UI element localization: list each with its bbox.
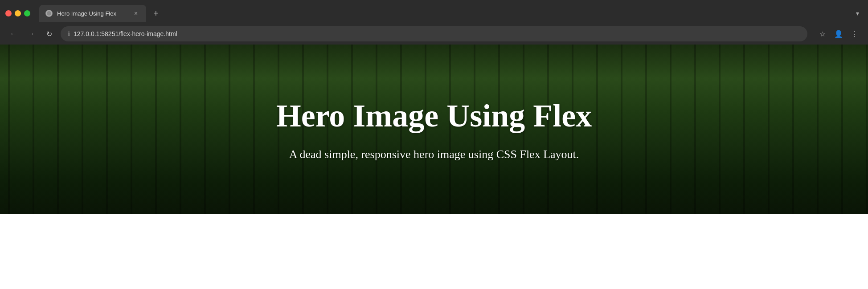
maximize-button[interactable] [24, 10, 30, 16]
bookmark-button[interactable]: ☆ [816, 28, 829, 40]
reload-button[interactable]: ↻ [43, 28, 55, 40]
forward-button[interactable]: → [25, 28, 37, 40]
tab-title: Hero Image Using Flex [57, 10, 127, 17]
minimize-button[interactable] [15, 10, 21, 16]
browser-window: Hero Image Using Flex × + ▾ ← → ↻ ℹ 127.… [0, 0, 868, 289]
back-button[interactable]: ← [7, 28, 20, 40]
tab-favicon-icon [45, 10, 53, 17]
menu-button[interactable]: ⋮ [848, 28, 861, 40]
toolbar-actions: ☆ 👤 ⋮ [816, 28, 861, 40]
window-controls [5, 10, 30, 16]
profile-button[interactable]: 👤 [832, 28, 845, 40]
url-text: 127.0.0.1:58251/flex-hero-image.html [74, 30, 800, 37]
hero-heading: Hero Image Using Flex [276, 98, 592, 134]
hero-section: Hero Image Using Flex A dead simple, res… [0, 45, 868, 214]
active-tab[interactable]: Hero Image Using Flex × [39, 5, 146, 22]
security-info-icon: ℹ [68, 30, 70, 37]
hero-subtext: A dead simple, responsive hero image usi… [276, 148, 592, 161]
new-tab-button[interactable]: + [150, 8, 162, 19]
close-button[interactable] [5, 10, 12, 16]
tab-list-button[interactable]: ▾ [852, 8, 863, 19]
address-bar[interactable]: ℹ 127.0.0.1:58251/flex-hero-image.html [61, 26, 807, 41]
hero-content: Hero Image Using Flex A dead simple, res… [267, 89, 601, 170]
browser-chrome: Hero Image Using Flex × + ▾ ← → ↻ ℹ 127.… [0, 0, 868, 45]
page-content: Hero Image Using Flex A dead simple, res… [0, 45, 868, 289]
tab-close-button[interactable]: × [132, 9, 140, 17]
tab-bar: Hero Image Using Flex × + ▾ [0, 0, 868, 23]
below-hero-area [0, 214, 868, 289]
address-bar-row: ← → ↻ ℹ 127.0.0.1:58251/flex-hero-image.… [0, 23, 868, 45]
